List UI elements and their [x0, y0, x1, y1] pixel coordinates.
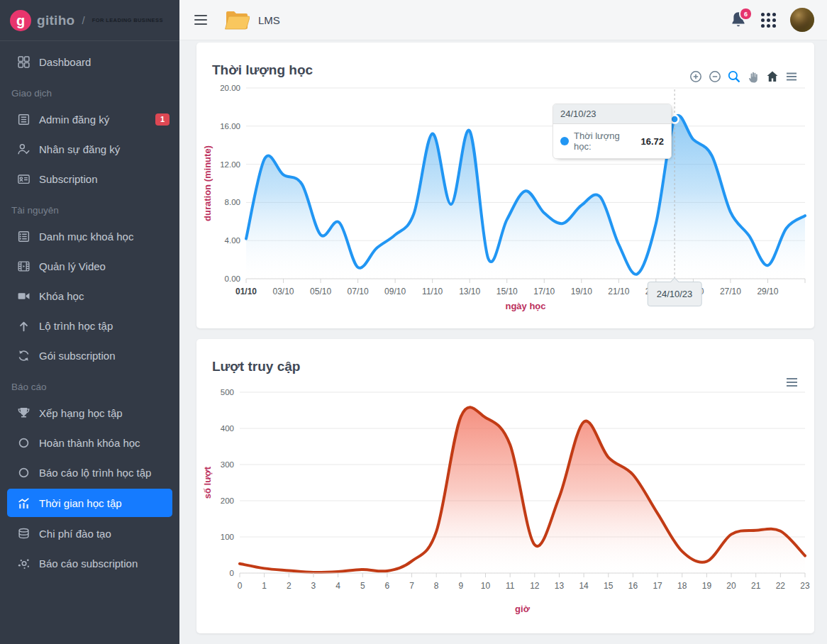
film-icon: [17, 260, 30, 273]
series-marker-dot: [560, 137, 569, 145]
sidebar-item-label: Báo cáo lộ trình học tập: [39, 467, 151, 479]
sidebar-item-label: Danh mục khoá học: [39, 231, 133, 243]
circle-icon: [17, 436, 30, 450]
svg-text:21/10: 21/10: [608, 287, 629, 296]
zoom-in-icon[interactable]: [689, 70, 703, 84]
x-axis-tooltip: 24/10/23: [648, 282, 702, 306]
main-content: Thời lượng học: [179, 40, 827, 644]
sidebar-item-nh-n-s-ng-k-[interactable]: Nhân sự đăng ký: [0, 134, 179, 164]
visits-area-chart[interactable]: 5004003002001000012345678910111213141516…: [196, 339, 814, 633]
brand-tagline: FOR LEADING BUSINESS: [92, 17, 163, 23]
svg-text:15/10: 15/10: [496, 287, 518, 296]
svg-text:20: 20: [726, 581, 736, 591]
sidebar-section-label: Tài nguyên: [0, 194, 179, 221]
folder-icon: [224, 9, 250, 30]
count-badge: 1: [155, 113, 170, 126]
coins-icon: [17, 527, 30, 540]
user-check-icon: [17, 143, 30, 156]
circle-icon: [17, 466, 30, 479]
selection-zoom-icon[interactable]: [727, 70, 741, 84]
user-avatar[interactable]: [790, 8, 814, 32]
svg-text:0.00: 0.00: [225, 274, 240, 283]
svg-text:0: 0: [238, 581, 243, 591]
sidebar-item-kh-a-h-c[interactable]: Khóa học: [0, 281, 179, 311]
svg-text:9: 9: [459, 581, 464, 591]
svg-text:4.00: 4.00: [225, 236, 240, 245]
home-reset-icon[interactable]: [765, 70, 779, 84]
sidebar-item-label: Chi phí đào tạo: [39, 528, 111, 540]
svg-text:27/10: 27/10: [720, 287, 741, 296]
svg-text:8.00: 8.00: [225, 198, 240, 206]
svg-text:29/10: 29/10: [757, 287, 778, 296]
notifications-button[interactable]: 6: [730, 11, 747, 29]
sidebar-item-label: Báo cáo subscription: [39, 557, 138, 570]
gitiho-logo-icon: g: [10, 10, 31, 31]
refresh-icon: [17, 349, 30, 362]
sidebar-item-chi-ph-o-t-o[interactable]: Chi phí đào tạo: [0, 518, 179, 548]
sidebar: g gitiho / FOR LEADING BUSINESS Dashboar…: [0, 0, 179, 644]
svg-text:22: 22: [776, 581, 786, 591]
svg-text:6: 6: [385, 581, 390, 591]
tooltip-date: 24/10/23: [553, 104, 671, 124]
sidebar-item-label: Hoàn thành khóa học: [39, 437, 140, 449]
sidebar-item-subscription[interactable]: Subscription: [0, 164, 179, 194]
arrow-up-icon: [17, 319, 30, 333]
id-card-icon: [17, 172, 30, 186]
sidebar-item-qu-n-l-video[interactable]: Quản lý Video: [0, 251, 179, 281]
svg-text:10: 10: [481, 581, 491, 591]
pan-hand-icon[interactable]: [746, 70, 760, 84]
zoom-out-icon[interactable]: [708, 70, 722, 84]
sidebar-toggle-menu-icon[interactable]: [194, 12, 207, 28]
sidebar-item-label: Dashboard: [39, 56, 91, 68]
svg-text:16.00: 16.00: [220, 122, 240, 131]
chart-tooltip: 24/10/23 Thời lượng học: 16.72: [553, 104, 672, 159]
form-icon: [17, 113, 30, 126]
svg-text:1: 1: [262, 581, 267, 591]
brand[interactable]: g gitiho / FOR LEADING BUSINESS: [0, 0, 179, 41]
sidebar-item-b-o-c-o-l-tr-nh-h-c-t-p[interactable]: Báo cáo lộ trình học tập: [0, 457, 179, 487]
sidebar-item-label: Subscription: [39, 173, 98, 185]
svg-text:03/10: 03/10: [273, 287, 294, 296]
sidebar-item-dashboard[interactable]: Dashboard: [0, 47, 179, 77]
svg-text:100: 100: [221, 533, 234, 541]
sidebar-item-l-tr-nh-h-c-t-p[interactable]: Lộ trình học tập: [0, 311, 179, 340]
sidebar-item-label: Lộ trình học tập: [39, 320, 113, 332]
sidebar-item-b-o-c-o-subscription[interactable]: Báo cáo subscription: [0, 548, 179, 578]
sidebar-item-label: Admin đăng ký: [39, 113, 109, 126]
sidebar-item-label: Xếp hạng học tập: [39, 407, 123, 419]
svg-text:8: 8: [434, 581, 439, 591]
sidebar-item-g-i-subscription[interactable]: Gói subscription: [0, 340, 179, 370]
svg-text:21: 21: [751, 581, 761, 591]
sidebar-item-x-p-h-ng-h-c-t-p[interactable]: Xếp hạng học tập: [0, 398, 179, 428]
sidebar-item-danh-m-c-kho-h-c[interactable]: Danh mục khoá học: [0, 221, 179, 251]
notification-count-badge: 6: [739, 7, 753, 21]
svg-text:300: 300: [221, 460, 234, 469]
visits-chart-card: Lượt truy cập 50040030020010000123456789…: [196, 339, 814, 633]
svg-text:14: 14: [579, 581, 589, 591]
svg-text:500: 500: [221, 388, 234, 396]
duration-area-chart[interactable]: 20.0016.0012.008.004.000.0001/1003/1005/…: [196, 43, 814, 328]
duration-chart-card: Thời lượng học: [196, 43, 814, 328]
svg-text:2: 2: [287, 581, 292, 591]
tooltip-value: 16.72: [640, 136, 664, 147]
svg-text:17/10: 17/10: [533, 287, 555, 296]
svg-text:16: 16: [628, 581, 638, 591]
sidebar-item-admin-ng-k-[interactable]: Admin đăng ký1: [0, 104, 179, 134]
sidebar-item-th-i-gian-h-c-t-p[interactable]: Thời gian học tập: [7, 489, 172, 517]
apps-grid-icon[interactable]: [761, 13, 776, 28]
svg-text:07/10: 07/10: [348, 287, 369, 296]
lms-admin-app: g gitiho / FOR LEADING BUSINESS Dashboar…: [0, 0, 827, 644]
svg-text:số lượt: số lượt: [202, 466, 213, 499]
svg-text:12: 12: [530, 581, 540, 591]
brand-separator: /: [82, 14, 85, 26]
chart-menu-icon[interactable]: [784, 70, 799, 84]
chart-menu-icon[interactable]: [787, 376, 797, 389]
tooltip-series-label: Thời lượng học:: [574, 131, 635, 152]
svg-text:4: 4: [335, 581, 340, 591]
svg-text:20.00: 20.00: [220, 84, 240, 92]
sidebar-item-label: Thời gian học tập: [39, 497, 122, 509]
topbar-actions: 6: [730, 8, 814, 32]
svg-text:09/10: 09/10: [384, 287, 406, 296]
chart-toolbar: [689, 70, 799, 84]
sidebar-item-ho-n-th-nh-kh-a-h-c[interactable]: Hoàn thành khóa học: [0, 428, 179, 457]
